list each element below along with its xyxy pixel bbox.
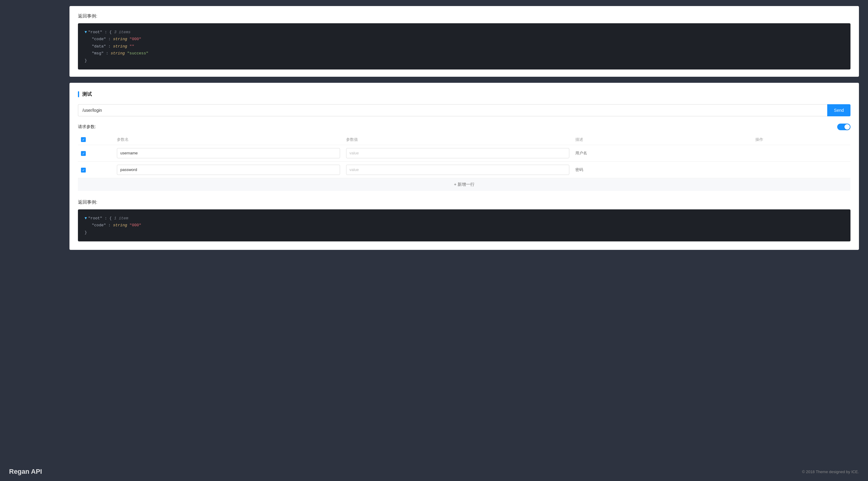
th-value: 参数值 (343, 134, 572, 145)
return-code-block: ▼"root" : { 1 item "code" : string "000"… (78, 209, 850, 241)
url-bar: Send (78, 104, 850, 116)
param-action-password (752, 161, 850, 178)
table-row: 用户名 (78, 145, 850, 161)
toggle-switch[interactable] (837, 124, 850, 130)
row-checkbox-password[interactable] (81, 168, 86, 173)
params-label: 请求参数: (78, 124, 96, 130)
param-value-username[interactable] (346, 148, 569, 158)
th-action: 操作 (752, 134, 850, 145)
footer: Regan API © 2018 Theme designed by ICE. (0, 462, 868, 481)
param-desc-username: 用户名 (575, 151, 587, 155)
row-checkbox-username[interactable] (81, 151, 86, 156)
param-name-password[interactable] (117, 165, 340, 175)
th-desc: 描述 (572, 134, 752, 145)
main-content: 返回事例: ▼"root" : { 3 items "code" : strin… (60, 0, 868, 462)
th-name: 参数名 (114, 134, 343, 145)
section-title-bar (78, 91, 79, 97)
add-row-button[interactable]: + 新增一行 (78, 178, 850, 191)
footer-brand: Regan API (9, 468, 42, 476)
top-return-card: 返回事例: ▼"root" : { 3 items "code" : strin… (69, 6, 859, 77)
top-code-block: ▼"root" : { 3 items "code" : string "000… (78, 23, 850, 69)
th-checkbox (78, 134, 114, 145)
param-action-username (752, 145, 850, 161)
send-button[interactable]: Send (827, 104, 850, 116)
footer-copyright: © 2018 Theme designed by ICE. (802, 470, 859, 474)
url-input[interactable] (78, 104, 827, 116)
param-value-password[interactable] (346, 165, 569, 175)
table-row: 密码 (78, 161, 850, 178)
collapse-arrow-icon: ▼ (85, 30, 87, 34)
header-checkbox[interactable] (81, 137, 86, 142)
return-title: 返回事例: (78, 200, 850, 205)
params-header-row: 请求参数: (78, 124, 850, 130)
params-table: 参数名 参数值 描述 操作 (78, 134, 850, 178)
section-title: 测试 (78, 91, 850, 98)
param-desc-password: 密码 (575, 168, 583, 172)
sidebar (0, 0, 60, 481)
collapse-arrow-icon-2: ▼ (85, 216, 87, 220)
param-name-username[interactable] (117, 148, 340, 158)
test-card: 测试 Send 请求参数: 参数名 参数值 描述 操作 (69, 83, 859, 250)
top-return-title: 返回事例: (78, 13, 850, 19)
